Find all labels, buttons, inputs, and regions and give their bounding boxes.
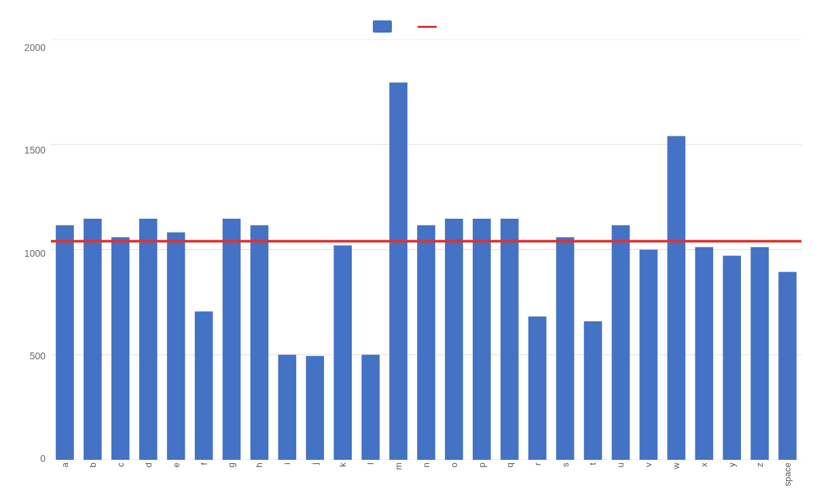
plot-area: abcdefghijklmnopqrstuvwxyzspace	[51, 39, 801, 497]
bar	[361, 355, 380, 460]
x-label-wrapper: h	[245, 463, 273, 467]
bar	[389, 82, 408, 460]
x-axis-label: k	[338, 463, 348, 467]
x-label-wrapper: p	[468, 463, 496, 467]
x-label-wrapper: x	[690, 463, 718, 467]
y-axis-label: 0	[40, 454, 46, 463]
x-label-wrapper: l	[357, 463, 384, 465]
bar	[167, 232, 185, 460]
x-label-wrapper: t	[579, 463, 607, 465]
x-axis-label: s	[560, 463, 570, 467]
legend-line-icon	[418, 26, 437, 28]
bar	[111, 237, 130, 460]
x-axis-label: v	[643, 463, 653, 467]
x-axis-label: x	[699, 463, 709, 467]
bar	[306, 356, 324, 460]
x-label-wrapper: q	[496, 463, 524, 467]
x-axis-label: r	[532, 463, 543, 465]
x-label-wrapper: y	[718, 463, 746, 467]
bar	[528, 317, 547, 460]
x-label-wrapper: z	[746, 463, 774, 467]
x-axis-label: b	[88, 463, 98, 467]
x-axis-label: space	[782, 463, 793, 486]
x-label-wrapper: o	[440, 463, 468, 467]
x-label-wrapper: b	[79, 463, 107, 467]
chart-area: 2000150010005000 abcdefghijklmnopqrstuvw…	[14, 39, 801, 497]
x-label-wrapper: a	[51, 463, 79, 467]
x-label-wrapper: i	[273, 463, 301, 465]
bar	[668, 136, 686, 460]
grid-and-bars	[51, 39, 801, 460]
x-axis-label: z	[755, 463, 765, 467]
legend-bar-icon	[373, 20, 392, 33]
bar	[750, 247, 769, 460]
bar	[723, 255, 741, 460]
y-axis-label: 500	[30, 351, 46, 361]
x-axis-label: o	[449, 463, 459, 467]
bar	[251, 226, 269, 460]
bar	[501, 219, 519, 460]
x-axis-label: e	[171, 463, 181, 467]
x-axis-label: d	[143, 463, 153, 467]
x-axis-label: c	[115, 463, 126, 467]
bar	[473, 219, 491, 460]
x-axis-label: i	[282, 463, 292, 465]
x-axis-label: n	[421, 463, 431, 467]
bar	[56, 226, 74, 460]
y-axis: 2000150010005000	[14, 39, 51, 497]
bar	[612, 226, 630, 460]
legend	[373, 20, 442, 33]
y-axis-label: 1500	[24, 145, 46, 155]
bar	[695, 247, 713, 460]
x-axis-label: m	[393, 463, 403, 470]
chart-container: 2000150010005000 abcdefghijklmnopqrstuvw…	[0, 0, 815, 504]
bar	[223, 219, 241, 460]
x-label-wrapper: m	[384, 463, 412, 470]
x-axis-label: y	[727, 463, 737, 467]
x-axis-label: f	[199, 463, 209, 465]
x-axis-label: h	[254, 463, 264, 467]
x-axis-label: a	[60, 463, 70, 467]
x-label-wrapper: g	[218, 463, 246, 467]
y-axis-label: 2000	[24, 43, 46, 52]
x-label-wrapper: s	[551, 463, 579, 467]
x-axis-label: w	[671, 463, 681, 469]
x-label-wrapper: f	[190, 463, 218, 465]
x-axis-label: u	[615, 463, 626, 467]
x-axis-label: g	[226, 463, 236, 467]
bar	[84, 219, 102, 460]
x-axis-label: p	[477, 463, 487, 467]
legend-bar-item	[373, 20, 397, 33]
bar	[139, 219, 158, 460]
bar	[640, 250, 658, 461]
x-label-wrapper: c	[107, 463, 134, 467]
bar	[195, 311, 213, 460]
x-label-wrapper: w	[662, 463, 690, 469]
x-axis-labels: abcdefghijklmnopqrstuvwxyzspace	[51, 460, 801, 497]
x-label-wrapper: u	[606, 463, 634, 467]
x-label-wrapper: v	[634, 463, 662, 467]
bar	[333, 245, 352, 460]
x-label-wrapper: space	[774, 463, 801, 486]
bar	[417, 226, 435, 460]
x-label-wrapper: j	[301, 463, 329, 465]
bars-chart	[51, 39, 801, 460]
x-label-wrapper: r	[524, 463, 551, 465]
x-axis-label: j	[310, 463, 320, 465]
x-label-wrapper: d	[134, 463, 162, 467]
x-axis-label: q	[505, 463, 515, 467]
x-label-wrapper: n	[412, 463, 440, 467]
x-label-wrapper: k	[329, 463, 357, 467]
y-axis-label: 1000	[24, 249, 46, 258]
bar	[584, 321, 602, 460]
x-axis-label: l	[365, 463, 376, 465]
bar	[445, 219, 463, 460]
legend-line-item	[418, 26, 442, 28]
x-axis-label: t	[587, 463, 598, 465]
bar	[778, 272, 797, 460]
x-label-wrapper: e	[162, 463, 190, 467]
bar	[278, 355, 297, 460]
bar	[556, 237, 575, 460]
